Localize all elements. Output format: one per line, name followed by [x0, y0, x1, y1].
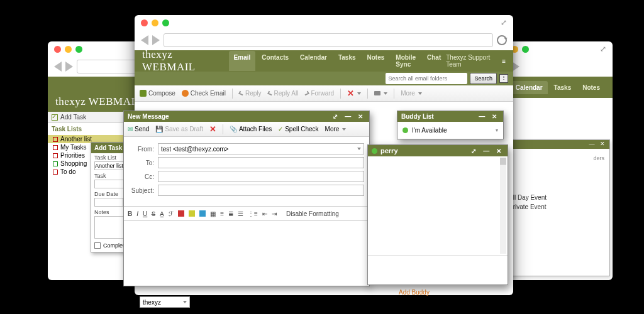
- outdent-button[interactable]: ⇤: [262, 210, 267, 217]
- attach-button[interactable]: 📎Attach Files: [230, 126, 272, 133]
- tab-notes[interactable]: Notes: [577, 81, 605, 94]
- minimize-icon[interactable]: [152, 19, 158, 26]
- zoom-icon[interactable]: [522, 46, 529, 53]
- tab-email[interactable]: Email: [229, 51, 256, 71]
- window-controls-icon[interactable]: ⤢ — ✕: [333, 113, 365, 120]
- print-button[interactable]: [374, 91, 387, 95]
- url-bar[interactable]: [164, 33, 493, 47]
- back-icon[interactable]: [54, 62, 62, 72]
- bold-button[interactable]: B: [128, 210, 132, 217]
- color-yellow-button[interactable]: [189, 210, 195, 217]
- save-draft-button[interactable]: 💾Save as Draft: [155, 126, 203, 133]
- tab-calendar[interactable]: Calendar: [295, 51, 332, 71]
- list-label: My Tasks: [60, 144, 87, 151]
- window-controls-icon[interactable]: — ✕: [589, 141, 607, 147]
- to-label: To:: [129, 160, 154, 166]
- due-date-input[interactable]: [94, 198, 123, 207]
- window-controls-icon[interactable]: — ✕: [479, 113, 499, 120]
- cc-input[interactable]: [158, 171, 364, 182]
- image-button[interactable]: ▦: [210, 210, 216, 217]
- discard-button[interactable]: ✕: [209, 124, 216, 134]
- clear-format-button[interactable]: ℱ: [169, 210, 174, 217]
- expand-icon[interactable]: ⤢: [501, 18, 507, 27]
- tab-tasks[interactable]: Tasks: [549, 81, 577, 94]
- forward-button[interactable]: Forward: [304, 90, 334, 97]
- toolbar-label: More: [325, 126, 340, 133]
- nav-tabs: EmailContactsCalendarTasksNotesMobile Sy…: [229, 51, 447, 71]
- strike-button[interactable]: S̶: [152, 210, 155, 217]
- panel-header[interactable]: New Message ⤢ — ✕: [124, 111, 369, 122]
- from-select[interactable]: test <test@thexyz.com>: [158, 143, 364, 154]
- attach-icon: 📎: [230, 126, 237, 133]
- indent-button[interactable]: ⇥: [272, 210, 277, 217]
- buddy-status-row[interactable]: I'm Available ▾: [397, 122, 503, 139]
- toolbar-label: Attach Files: [239, 126, 272, 133]
- tab-tasks[interactable]: Tasks: [333, 51, 361, 71]
- chevron-down-icon: ▾: [496, 127, 498, 133]
- to-input[interactable]: [158, 157, 364, 168]
- more-button[interactable]: More: [401, 90, 422, 97]
- close-icon[interactable]: [141, 19, 148, 26]
- delete-button[interactable]: ✕: [347, 89, 361, 98]
- account-select[interactable]: thexyz: [140, 296, 190, 308]
- back-icon[interactable]: [141, 35, 148, 45]
- window-controls-icon[interactable]: ⤢ — ✕: [471, 148, 504, 154]
- x-icon: ✕: [347, 89, 354, 98]
- forward-icon[interactable]: [65, 62, 73, 72]
- panel-header[interactable]: Buddy List — ✕: [397, 111, 503, 122]
- reload-icon[interactable]: [497, 35, 507, 45]
- subject-label: Subject:: [129, 187, 154, 194]
- link-button[interactable]: [199, 210, 206, 217]
- reply-button[interactable]: Reply: [239, 90, 262, 97]
- message-fields: From: test <test@thexyz.com> To: Cc: Sub…: [124, 137, 369, 202]
- tab-mobile-sync[interactable]: Mobile Sync: [391, 51, 421, 71]
- check-icon: ✓: [278, 126, 283, 133]
- italic-button[interactable]: I: [136, 210, 138, 217]
- check-email-button[interactable]: Check Email: [182, 90, 226, 97]
- font-button[interactable]: A̲: [160, 210, 164, 217]
- disable-formatting-link[interactable]: Disable Formatting: [286, 210, 339, 217]
- chevron-down-icon: [183, 301, 187, 303]
- spell-button[interactable]: ✓Spell Check: [278, 126, 318, 133]
- minimize-icon[interactable]: [65, 46, 72, 53]
- message-editor[interactable]: [124, 221, 369, 284]
- tab-chat[interactable]: Chat: [422, 51, 446, 71]
- scrollbar[interactable]: [500, 158, 506, 254]
- print-icon: [374, 91, 380, 95]
- chat-title: perry: [380, 147, 398, 154]
- chat-input[interactable]: [368, 256, 508, 286]
- color-red-button[interactable]: [178, 210, 184, 217]
- chat-messages: [368, 156, 508, 256]
- zoom-icon[interactable]: [75, 46, 82, 53]
- underline-button[interactable]: U: [143, 210, 147, 217]
- more-button[interactable]: More: [325, 126, 347, 133]
- status-available-icon: [372, 148, 377, 154]
- add-buddy-link[interactable]: Add Buddy: [399, 289, 430, 296]
- align-left-button[interactable]: ≡: [220, 210, 224, 217]
- chevron-down-icon: [357, 92, 361, 95]
- send-button[interactable]: ✉Send: [128, 126, 149, 133]
- search-input[interactable]: [386, 73, 467, 84]
- unordered-list-button[interactable]: ⋮≡: [248, 210, 258, 217]
- toolbar-label: More: [401, 90, 415, 97]
- align-center-button[interactable]: ≣: [228, 210, 233, 217]
- subject-input[interactable]: [158, 185, 364, 196]
- close-icon[interactable]: [54, 46, 61, 53]
- ordered-list-button[interactable]: ☰: [238, 210, 243, 217]
- private-label: Private Event: [509, 203, 546, 210]
- status-available-icon: [402, 127, 408, 133]
- forward-icon[interactable]: [152, 35, 160, 45]
- search-options-icon[interactable]: ⋮: [499, 74, 508, 83]
- expand-icon[interactable]: ⤢: [600, 45, 606, 53]
- separator: [232, 89, 233, 99]
- menu-icon[interactable]: ≡: [502, 58, 506, 65]
- tab-calendar[interactable]: Calendar: [511, 81, 548, 94]
- tab-notes[interactable]: Notes: [362, 51, 390, 71]
- compose-button[interactable]: Compose: [140, 90, 175, 97]
- completed-checkbox[interactable]: [94, 242, 101, 249]
- tab-contacts[interactable]: Contacts: [257, 51, 294, 71]
- search-button[interactable]: Search: [470, 73, 497, 84]
- reply-all-button[interactable]: Reply All: [268, 90, 299, 97]
- panel-header[interactable]: perry ⤢ — ✕: [368, 145, 508, 156]
- zoom-icon[interactable]: [162, 19, 169, 26]
